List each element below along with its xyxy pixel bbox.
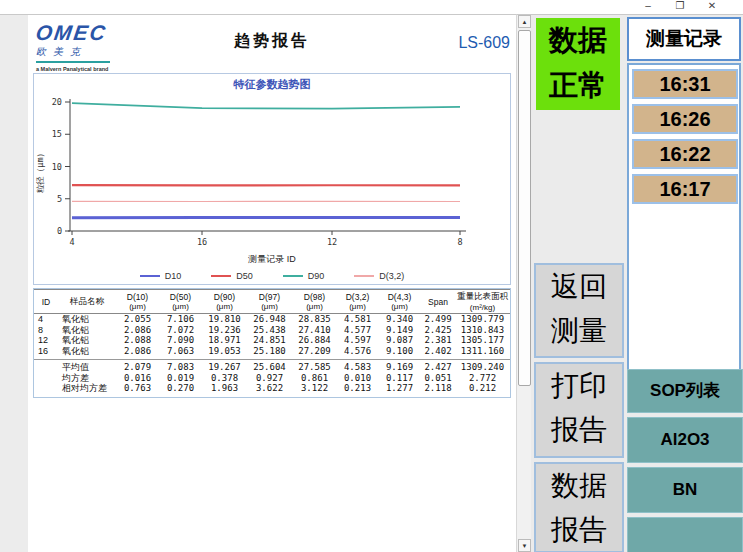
chart-legend: D10 D50 D90 D(3,2) bbox=[34, 266, 510, 286]
table-cell: 27.209 bbox=[292, 346, 337, 360]
table-cell: 0.212 bbox=[455, 383, 510, 397]
maximize-icon[interactable]: ❐ bbox=[669, 0, 691, 13]
table-cell: 1309.779 bbox=[455, 314, 510, 325]
table-cell: 0.051 bbox=[421, 373, 455, 384]
table-cell: 27.585 bbox=[292, 360, 337, 373]
button-label-line: 数据 bbox=[536, 464, 622, 508]
record-time-button[interactable]: 16:22 bbox=[632, 139, 738, 169]
table-cell: 0.927 bbox=[247, 373, 292, 384]
close-icon[interactable]: ✕ bbox=[701, 0, 723, 13]
button-label-line: 测量 bbox=[536, 309, 622, 353]
table-cell: 19.810 bbox=[202, 314, 247, 325]
column-header: 重量比表面积(m²/kg) bbox=[455, 290, 510, 314]
table-cell: 2.055 bbox=[116, 314, 159, 325]
svg-text:12: 12 bbox=[327, 237, 337, 247]
control-panel: 数据 正常 测量记录 16:31 16:26 16:22 16:17 返回 测量… bbox=[531, 14, 743, 552]
column-header: D(98)(μm) bbox=[292, 290, 337, 314]
table-cell bbox=[34, 383, 58, 397]
minimize-icon[interactable]: – bbox=[637, 0, 659, 13]
left-gutter bbox=[0, 14, 28, 552]
table-row: 16氧化铝2.0867.06319.05325.18027.2094.5769.… bbox=[34, 346, 510, 360]
table-header-row: ID样品名称D(10)(μm)D(50)(μm)D(90)(μm)D(97)(μ… bbox=[34, 290, 510, 314]
brand-tagline: a Malvern Panalytical brand bbox=[36, 66, 146, 72]
scroll-up-icon[interactable]: ▲ bbox=[518, 15, 531, 28]
table-cell: 7.106 bbox=[159, 314, 202, 325]
return-measure-button[interactable]: 返回 测量 bbox=[534, 263, 624, 358]
table-cell: 氧化铝 bbox=[58, 325, 116, 336]
table-cell: 2.425 bbox=[421, 325, 455, 336]
record-time-button[interactable]: 16:31 bbox=[632, 69, 738, 99]
svg-text:0: 0 bbox=[57, 226, 62, 236]
table-cell: 26.884 bbox=[292, 335, 337, 346]
trend-chart: 特征参数趋势图 05101520416128粒径（μm） 测量记录 ID D10… bbox=[33, 73, 511, 285]
table-cell: 24.851 bbox=[247, 335, 292, 346]
record-time-button[interactable]: 16:26 bbox=[632, 104, 738, 134]
scrollbar-thumb[interactable] bbox=[518, 30, 531, 386]
table-cell: 16 bbox=[34, 346, 58, 360]
table-cell: 0.010 bbox=[337, 373, 378, 384]
sop-al2o3-button[interactable]: Al2O3 bbox=[627, 417, 743, 463]
legend-item: D90 bbox=[283, 271, 325, 281]
column-header: D(50)(μm) bbox=[159, 290, 202, 314]
table-cell: 1305.177 bbox=[455, 335, 510, 346]
svg-text:粒径（μm）: 粒径（μm） bbox=[35, 149, 45, 193]
vertical-scrollbar[interactable]: ▲ ▼ bbox=[516, 14, 531, 552]
page-title: 趋势报告 bbox=[28, 31, 516, 52]
svg-text:15: 15 bbox=[52, 129, 62, 139]
svg-text:20: 20 bbox=[52, 97, 62, 107]
sop-list-button[interactable]: SOP列表 bbox=[627, 369, 743, 413]
table-cell: 2.079 bbox=[116, 360, 159, 373]
column-header: D(97)(μm) bbox=[247, 290, 292, 314]
table-row: 相对均方差0.7630.2701.9633.6223.1220.2131.277… bbox=[34, 383, 510, 397]
table-cell: 0.213 bbox=[337, 383, 378, 397]
table-cell: 4.576 bbox=[337, 346, 378, 360]
table-cell: 25.604 bbox=[247, 360, 292, 373]
status-badge: 数据 正常 bbox=[536, 18, 620, 110]
table-row: 12氧化铝2.0887.09018.97124.85126.8844.5979.… bbox=[34, 335, 510, 346]
table-cell: 平均值 bbox=[58, 360, 116, 373]
table-cell bbox=[34, 373, 58, 384]
print-report-button[interactable]: 打印 报告 bbox=[534, 362, 624, 458]
measurement-records-header: 测量记录 bbox=[627, 17, 741, 61]
legend-label: D50 bbox=[236, 271, 253, 281]
table-cell: 2.772 bbox=[455, 373, 510, 384]
button-label-line: 报告 bbox=[536, 408, 622, 452]
table-cell: 4.597 bbox=[337, 335, 378, 346]
record-time-button[interactable]: 16:17 bbox=[632, 174, 738, 204]
column-header: D(90)(μm) bbox=[202, 290, 247, 314]
table-cell: 1.277 bbox=[378, 383, 421, 397]
table-cell: 9.100 bbox=[378, 346, 421, 360]
table-cell: 9.169 bbox=[378, 360, 421, 373]
table-cell: 7.063 bbox=[159, 346, 202, 360]
report-page: OMEC 欧美克 a Malvern Panalytical brand 趋势报… bbox=[28, 14, 516, 552]
legend-label: D(3,2) bbox=[379, 271, 404, 281]
table-cell: 2.381 bbox=[421, 335, 455, 346]
chart-title: 特征参数趋势图 bbox=[34, 74, 510, 91]
table-cell: 1311.160 bbox=[455, 346, 510, 360]
column-header: Span bbox=[421, 290, 455, 314]
table-cell: 0.763 bbox=[116, 383, 159, 397]
sop-blank-button[interactable] bbox=[627, 517, 743, 552]
table-row: 平均值2.0797.08319.26725.60427.5854.5839.16… bbox=[34, 360, 510, 373]
table-cell: 4 bbox=[34, 314, 58, 325]
table-row: 8氧化铝2.0867.07219.23625.43827.4104.5779.1… bbox=[34, 325, 510, 336]
table-cell: 氧化铝 bbox=[58, 346, 116, 360]
button-label-line: 返回 bbox=[536, 265, 622, 309]
legend-swatch-d50 bbox=[211, 275, 231, 277]
table-cell: 0.016 bbox=[116, 373, 159, 384]
table-cell: 25.180 bbox=[247, 346, 292, 360]
table-cell: 2.499 bbox=[421, 314, 455, 325]
scroll-down-icon[interactable]: ▼ bbox=[518, 539, 531, 552]
table-cell: 7.072 bbox=[159, 325, 202, 336]
table-cell: 0.861 bbox=[292, 373, 337, 384]
table-cell bbox=[34, 360, 58, 373]
svg-text:16: 16 bbox=[197, 237, 207, 247]
table-cell: 7.090 bbox=[159, 335, 202, 346]
sop-bn-button[interactable]: BN bbox=[627, 467, 743, 513]
legend-swatch-d10 bbox=[140, 275, 160, 277]
table-cell: 2.118 bbox=[421, 383, 455, 397]
table-cell: 2.427 bbox=[421, 360, 455, 373]
table-cell: 9.149 bbox=[378, 325, 421, 336]
table-cell: 2.086 bbox=[116, 346, 159, 360]
data-report-button[interactable]: 数据 报告 bbox=[534, 462, 624, 552]
